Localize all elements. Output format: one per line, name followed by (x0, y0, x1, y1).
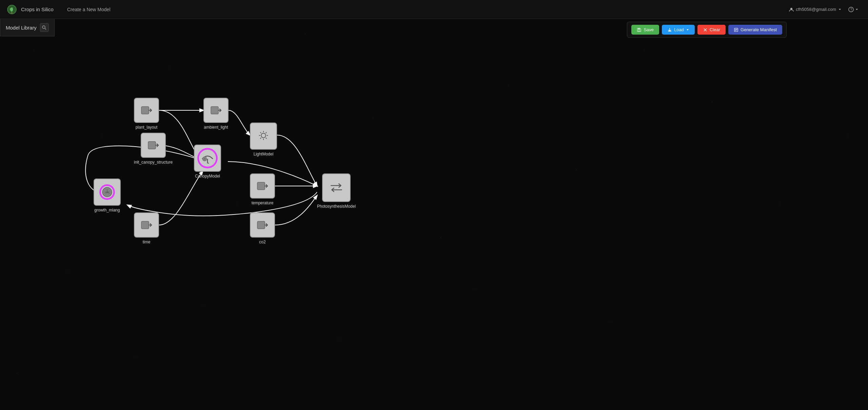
help-button[interactable]: ? (846, 5, 861, 14)
node-box-light-model[interactable] (250, 123, 277, 150)
node-label-light-model: LightModel (254, 152, 274, 156)
svg-line-23 (260, 138, 261, 139)
node-photosynthesis-model[interactable]: PhotosynthesisModel (317, 173, 356, 209)
node-init-canopy-structure[interactable]: init_canopy_structure (134, 133, 173, 165)
node-light-model[interactable]: LightModel (250, 123, 277, 156)
svg-point-1 (11, 12, 13, 14)
node-time[interactable]: time (134, 212, 159, 244)
svg-text:ML: ML (105, 191, 110, 194)
load-button[interactable]: Load (662, 25, 695, 35)
svg-line-22 (266, 132, 267, 133)
model-library-panel: Model Library (0, 19, 55, 36)
svg-rect-28 (257, 182, 265, 190)
svg-point-15 (261, 133, 265, 137)
node-box-canopy-model[interactable] (194, 145, 221, 172)
svg-text:?: ? (850, 8, 852, 12)
svg-line-20 (260, 132, 261, 133)
topbar-right: cfh5058@gmail.com ? (789, 5, 861, 14)
node-label-time: time (143, 240, 151, 244)
create-model-link[interactable]: Create a New Model (67, 7, 111, 12)
node-ambient-light[interactable]: ambient_light (203, 98, 229, 130)
generate-manifest-button[interactable]: Generate Manifest (728, 25, 782, 35)
node-box-photosynthesis-model[interactable] (322, 173, 351, 202)
node-box-ambient-light[interactable] (203, 98, 229, 123)
connections-svg (0, 19, 868, 410)
node-label-photosynthesis-model: PhotosynthesisModel (317, 204, 356, 209)
node-label-init-canopy-structure: init_canopy_structure (134, 160, 173, 165)
node-co2[interactable]: co2 (250, 212, 275, 244)
node-label-plant-layout: plant_layout (136, 125, 158, 130)
svg-rect-34 (141, 221, 149, 229)
node-label-canopy-model: CanopyModel (195, 174, 220, 179)
svg-point-5 (42, 26, 45, 29)
clear-button[interactable]: Clear (697, 25, 726, 35)
model-library-search-button[interactable] (40, 23, 49, 32)
node-label-growth-mlang: growth_mlang (94, 208, 120, 212)
node-box-temperature[interactable] (250, 173, 275, 199)
node-label-ambient-light: ambient_light (204, 125, 228, 130)
svg-rect-35 (257, 221, 265, 229)
svg-point-27 (203, 158, 205, 160)
svg-rect-12 (141, 107, 149, 114)
user-email[interactable]: cfh5058@gmail.com (789, 7, 842, 12)
node-box-plant-layout[interactable] (134, 98, 159, 123)
svg-line-21 (266, 138, 267, 139)
node-box-init-canopy-structure[interactable] (141, 133, 166, 158)
node-box-time[interactable] (134, 212, 159, 238)
svg-point-2 (790, 8, 792, 10)
node-canopy-model[interactable]: CanopyModel (194, 145, 221, 179)
node-box-co2[interactable] (250, 212, 275, 238)
canvas: plant_layout init_canopy_structure ambie… (0, 19, 868, 410)
topbar: Crops in Silico Create a New Model cfh50… (0, 0, 868, 19)
node-label-co2: co2 (259, 240, 265, 244)
app-title: Crops in Silico (21, 6, 54, 12)
save-button[interactable]: Save (631, 25, 659, 35)
node-plant-layout[interactable]: plant_layout (134, 98, 159, 130)
canvas-toolbar: Save Load Clear Generate Manifest (627, 22, 787, 38)
svg-rect-13 (148, 142, 156, 149)
node-label-temperature: temperature (252, 201, 274, 205)
svg-rect-14 (211, 107, 218, 114)
model-library-title: Model Library (6, 25, 37, 31)
svg-line-6 (45, 28, 46, 30)
node-growth-mlang[interactable]: ML growth_mlang (94, 179, 121, 212)
app-logo (7, 4, 17, 15)
node-box-growth-mlang[interactable]: ML (94, 179, 121, 206)
node-temperature[interactable]: temperature (250, 173, 275, 205)
svg-rect-7 (638, 28, 639, 30)
